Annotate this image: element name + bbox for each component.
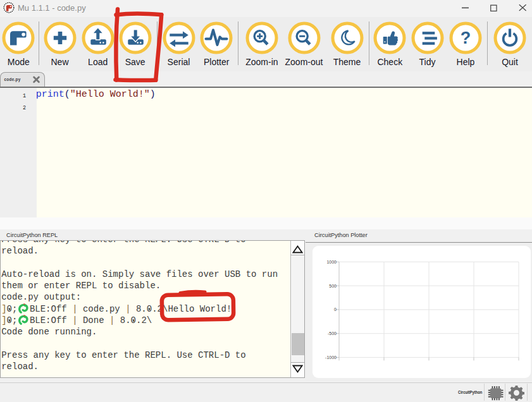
svg-text:?: ? xyxy=(461,28,471,47)
svg-text:500: 500 xyxy=(329,284,337,288)
svg-text:-500: -500 xyxy=(327,331,336,336)
svg-text:-1000: -1000 xyxy=(325,355,337,360)
svg-text:0: 0 xyxy=(334,307,337,312)
svg-text:1000: 1000 xyxy=(326,260,337,264)
